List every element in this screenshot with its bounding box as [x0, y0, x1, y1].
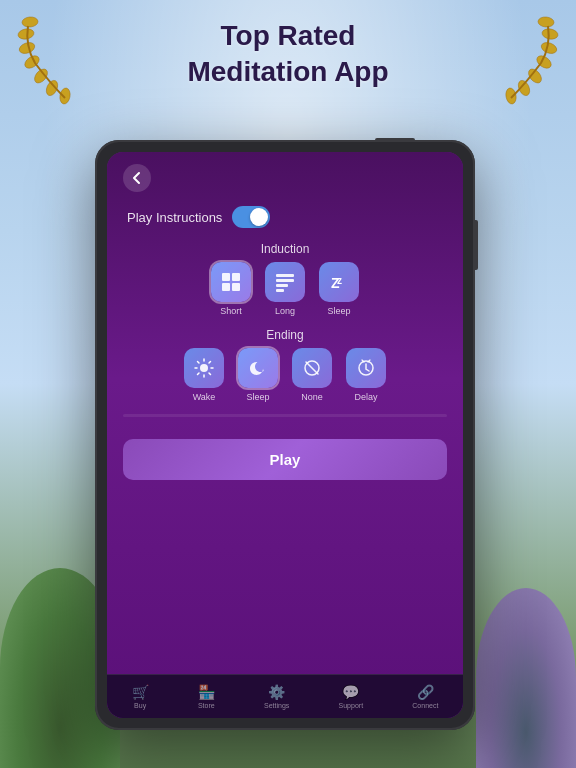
ending-delay-icon	[346, 348, 386, 388]
induction-long-label: Long	[275, 306, 295, 316]
induction-icon-row: Short Long	[107, 262, 463, 316]
ending-icon-row: Wake Sleep	[107, 348, 463, 402]
app-content: Play Instructions Induction	[107, 152, 463, 718]
bottom-nav: 🛒 Buy 🏪 Store ⚙️ Settings 💬 Support 🔗	[107, 674, 463, 718]
ending-sleep-icon	[238, 348, 278, 388]
nav-item-settings[interactable]: ⚙️ Settings	[264, 684, 289, 709]
svg-line-29	[198, 362, 200, 364]
connect-label: Connect	[412, 702, 438, 709]
ending-none-item[interactable]: None	[292, 348, 332, 402]
ending-delay-label: Delay	[354, 392, 377, 402]
svg-rect-16	[222, 283, 230, 291]
svg-line-31	[209, 362, 211, 364]
induction-long-icon	[265, 262, 305, 302]
top-bar	[107, 152, 463, 200]
induction-short-label: Short	[220, 306, 242, 316]
connect-icon: 🔗	[417, 684, 434, 700]
play-button[interactable]: Play	[123, 439, 447, 480]
nav-item-store[interactable]: 🏪 Store	[198, 684, 215, 709]
ending-delay-item[interactable]: Delay	[346, 348, 386, 402]
header-title: Top Rated Meditation App	[0, 18, 576, 91]
ending-wake-icon	[184, 348, 224, 388]
ending-wake-item[interactable]: Wake	[184, 348, 224, 402]
instructions-row: Play Instructions	[107, 200, 463, 234]
svg-rect-14	[222, 273, 230, 281]
induction-sleep-label: Sleep	[327, 306, 350, 316]
svg-rect-18	[276, 274, 294, 277]
svg-line-30	[209, 373, 211, 375]
svg-point-24	[200, 364, 208, 372]
settings-icon: ⚙️	[268, 684, 285, 700]
tablet-button-top	[375, 138, 415, 142]
svg-rect-17	[232, 283, 240, 291]
svg-line-32	[198, 373, 200, 375]
support-label: Support	[339, 702, 364, 709]
induction-label: Induction	[107, 242, 463, 256]
tablet-screen: Play Instructions Induction	[107, 152, 463, 718]
svg-text:z: z	[337, 275, 342, 286]
induction-long-item[interactable]: Long	[265, 262, 305, 316]
back-button[interactable]	[123, 164, 151, 192]
ending-none-label: None	[301, 392, 323, 402]
svg-rect-19	[276, 279, 294, 282]
induction-short-icon	[211, 262, 251, 302]
play-instructions-toggle[interactable]	[232, 206, 270, 228]
tablet-button-side	[474, 220, 478, 270]
ending-label: Ending	[107, 328, 463, 342]
toggle-knob	[250, 208, 268, 226]
svg-line-34	[306, 362, 318, 374]
nav-item-support[interactable]: 💬 Support	[339, 684, 364, 709]
play-section: Play	[123, 439, 447, 480]
divider	[123, 414, 447, 417]
ending-none-icon	[292, 348, 332, 388]
ending-sleep-label: Sleep	[246, 392, 269, 402]
ending-sleep-item[interactable]: Sleep	[238, 348, 278, 402]
svg-rect-20	[276, 284, 288, 287]
induction-sleep-icon: Z z	[319, 262, 359, 302]
support-icon: 💬	[342, 684, 359, 700]
svg-rect-15	[232, 273, 240, 281]
nav-item-buy[interactable]: 🛒 Buy	[132, 684, 149, 709]
foliage-right	[476, 588, 576, 768]
buy-icon: 🛒	[132, 684, 149, 700]
buy-label: Buy	[134, 702, 146, 709]
induction-short-item[interactable]: Short	[211, 262, 251, 316]
induction-sleep-item[interactable]: Z z Sleep	[319, 262, 359, 316]
header-section: Top Rated Meditation App	[0, 18, 576, 91]
tablet-device: Play Instructions Induction	[95, 140, 475, 730]
store-label: Store	[198, 702, 215, 709]
svg-rect-21	[276, 289, 284, 292]
nav-item-connect[interactable]: 🔗 Connect	[412, 684, 438, 709]
settings-label: Settings	[264, 702, 289, 709]
instructions-label: Play Instructions	[127, 210, 222, 225]
ending-wake-label: Wake	[193, 392, 216, 402]
store-icon: 🏪	[198, 684, 215, 700]
